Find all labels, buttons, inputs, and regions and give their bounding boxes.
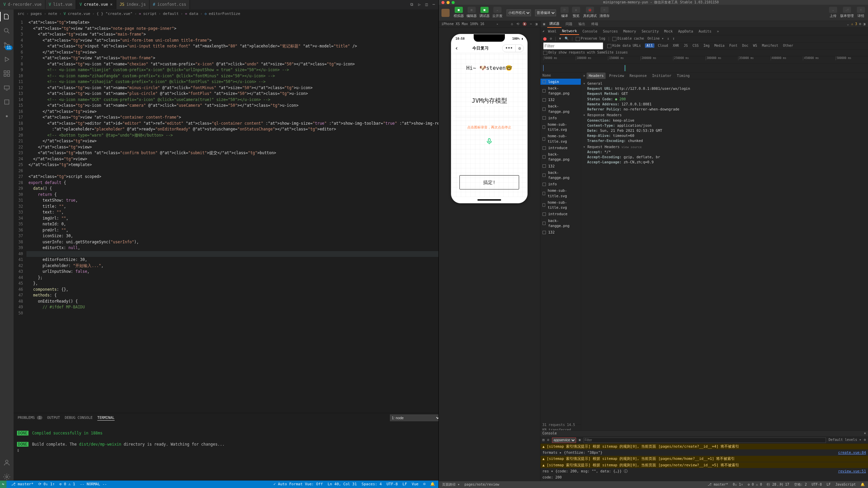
eye-icon[interactable]: ◉: [579, 438, 581, 443]
column-name[interactable]: Name: [540, 73, 581, 79]
maximize-window-icon[interactable]: [452, 1, 455, 4]
request-row[interactable]: 132: [540, 97, 581, 103]
compile-button[interactable]: ⟳编译: [560, 7, 569, 19]
account-icon[interactable]: [3, 459, 11, 466]
tab-problems[interactable]: 问题: [564, 21, 574, 27]
request-row[interactable]: 132: [540, 163, 581, 169]
encoding-status[interactable]: UTF-8: [387, 482, 398, 487]
simulator-config[interactable]: iPhone XS Max 100% 16 ▸ ⌂ ⟲ 🔇 ⋯ ◨: [439, 21, 540, 28]
tab-create[interactable]: Vcreate.vue×: [76, 0, 116, 9]
console-log[interactable]: ▲ [sitemap 索引情况提示] 根据 sitemap 的规则[0], 当前…: [540, 444, 868, 450]
tab-wxml[interactable]: Wxml: [546, 28, 558, 35]
download-icon[interactable]: ↧: [673, 36, 675, 41]
debugger-toggle[interactable]: ■调试器: [479, 7, 490, 19]
version-button[interactable]: ⎇版本管理: [840, 7, 854, 19]
home-icon[interactable]: ⌂: [511, 22, 513, 27]
remote-icon[interactable]: [3, 84, 11, 92]
request-row[interactable]: info: [540, 181, 581, 188]
indent-status[interactable]: Spaces: 4: [361, 482, 382, 487]
samesite-checkbox[interactable]: Only show requests with SameSite issues: [543, 50, 628, 55]
tab-appdata[interactable]: AppData: [676, 28, 695, 35]
filter-type-cloud[interactable]: Cloud: [656, 43, 669, 48]
compile-select[interactable]: 普通编译: [535, 9, 556, 16]
console-filter-input[interactable]: [584, 438, 826, 443]
console-log[interactable]: formats ▸ {fontSize: "38px"}create.vue:8…: [540, 450, 868, 456]
console-log[interactable]: ▲ [sitemap 索引情况提示] 根据 sitemap 的规则[0], 当前…: [540, 462, 868, 468]
debug-icon[interactable]: [3, 56, 11, 63]
mic-button[interactable]: [455, 138, 523, 145]
network-waterfall[interactable]: [540, 64, 868, 73]
back-button[interactable]: ‹: [455, 44, 458, 53]
panel-tab-output[interactable]: OUTPUT: [47, 415, 60, 420]
eol-status[interactable]: LF: [827, 482, 831, 487]
scm-icon[interactable]: 11: [3, 41, 11, 49]
editor-toggle[interactable]: ■编辑器: [467, 7, 477, 19]
branch-name[interactable]: ⎇ master*: [11, 482, 34, 487]
dock-side-icon[interactable]: ◨: [863, 22, 865, 27]
filter-type-ws[interactable]: WS: [752, 43, 758, 48]
tab-headers[interactable]: Headers: [587, 73, 606, 79]
tab-sources[interactable]: Sources: [601, 28, 620, 35]
close-icon[interactable]: ◎: [515, 45, 524, 52]
terminal-selector[interactable]: 1: node: [390, 414, 441, 421]
filter-input[interactable]: [543, 42, 603, 49]
warn-badge[interactable]: ⚠ 3: [851, 22, 857, 27]
upload-button[interactable]: ☁上传: [829, 7, 837, 19]
extensions-icon[interactable]: [3, 70, 11, 77]
cursor-pos[interactable]: Ln 40, Col 31: [328, 482, 357, 487]
context-select[interactable]: appservice: [552, 438, 576, 443]
gear-icon[interactable]: [3, 473, 11, 481]
record-icon[interactable]: [543, 37, 547, 41]
source-code[interactable]: <"at">class="tg">template> <"at">class="…: [26, 18, 465, 413]
mode-select[interactable]: 小程序模式: [507, 9, 531, 16]
breadcrumbs[interactable]: src› pages› note› V create.vue› { } "cre…: [14, 9, 484, 18]
gitlens-icon[interactable]: [3, 113, 11, 120]
autofmt-status[interactable]: ✓ Auto Format Vue: Off: [274, 482, 323, 487]
encoding-status[interactable]: UTF-8: [812, 482, 822, 487]
close-icon[interactable]: ×: [110, 2, 113, 7]
minimize-window-icon[interactable]: [447, 1, 450, 4]
request-row[interactable]: home-sub-title.svg: [540, 199, 581, 211]
tab-response[interactable]: Response: [628, 73, 649, 79]
close-window-icon[interactable]: [441, 1, 445, 4]
mute-icon[interactable]: 🔇: [522, 22, 527, 27]
notification-icon[interactable]: 🔔: [861, 482, 865, 487]
request-row[interactable]: back-fangge.png: [540, 218, 581, 229]
upload-icon[interactable]: ↥: [667, 36, 669, 41]
tab-audits[interactable]: Audits: [696, 28, 713, 35]
page-path-label[interactable]: 页面路径 ▾: [442, 482, 460, 487]
tab-terminal[interactable]: 终端: [589, 21, 600, 27]
filter-type-img[interactable]: Img: [702, 43, 711, 48]
problems-status[interactable]: ⊘ 0 ⚠ 1: [59, 482, 75, 487]
filter-type-xhr[interactable]: XHR: [671, 43, 680, 48]
eol-status[interactable]: LF: [402, 482, 407, 487]
inspect-icon[interactable]: ⬈: [542, 29, 545, 34]
panel-tab-terminal[interactable]: TERMINAL: [97, 415, 115, 421]
tab-output[interactable]: 输出: [576, 21, 587, 27]
capsule-button[interactable]: •••◎: [502, 44, 524, 52]
tab-iconfont[interactable]: #iconfont.css: [150, 0, 190, 9]
filter-icon[interactable]: ▼: [559, 36, 561, 41]
headers-section[interactable]: GeneralRequest URL: http://127.0.0.1:808…: [581, 79, 868, 430]
filter-type-css[interactable]: CSS: [691, 43, 700, 48]
filter-type-manifest[interactable]: Manifest: [761, 43, 780, 48]
notification-icon[interactable]: 🔔: [430, 482, 435, 487]
tab-list[interactable]: Vlist.vue: [45, 0, 76, 9]
filter-type-font[interactable]: Font: [728, 43, 739, 48]
filter-type-js[interactable]: JS: [682, 43, 689, 48]
back-icon[interactable]: ⟲: [516, 22, 519, 27]
filter-type-other[interactable]: Other: [782, 43, 794, 48]
close-console-icon[interactable]: ×: [864, 431, 866, 436]
request-row[interactable]: introduce: [540, 211, 581, 218]
lang-status[interactable]: JavaScript: [835, 482, 856, 487]
levels-select[interactable]: Default levels ▾: [829, 438, 861, 443]
disable-cache-checkbox[interactable]: Disable cache: [612, 36, 644, 41]
search-icon[interactable]: [3, 27, 11, 35]
request-row[interactable]: 132: [540, 229, 581, 236]
preserve-log-checkbox[interactable]: Preserve log: [576, 36, 605, 41]
console-log[interactable]: code: 200: [540, 474, 868, 481]
simulator-toggle[interactable]: ■模拟器: [454, 7, 464, 19]
filter-type-doc[interactable]: Doc: [741, 43, 750, 48]
tab-console[interactable]: Console: [580, 28, 599, 35]
dock-icon[interactable]: ▣: [543, 22, 545, 27]
